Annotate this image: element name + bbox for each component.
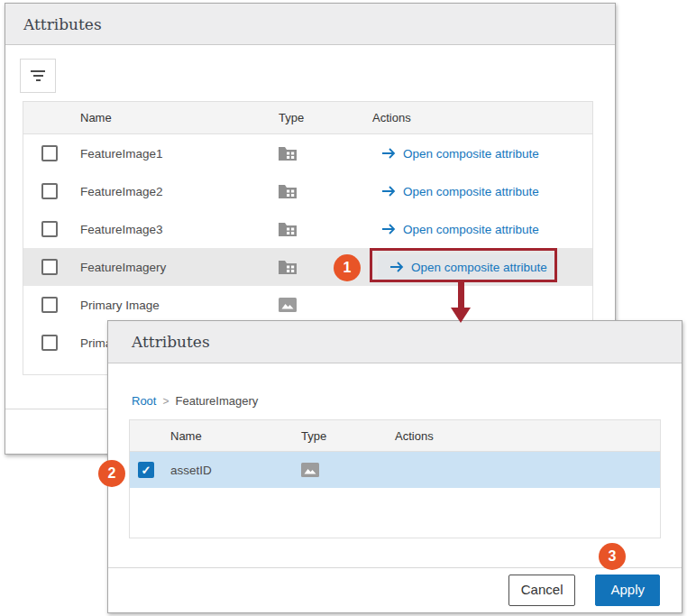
table-row-featureimagery: FeatureImagery Open composite attribute <box>23 248 592 286</box>
table-empty-area <box>130 488 660 538</box>
actions-column-header: Actions <box>372 111 592 124</box>
attributes-panel-header: Attributes <box>5 4 615 45</box>
open-composite-attribute-link[interactable]: Open composite attribute <box>381 147 539 161</box>
open-composite-attribute-link[interactable]: Open composite attribute <box>378 254 559 280</box>
breadcrumb-root-link[interactable]: Root <box>132 394 156 408</box>
breadcrumb-current: FeatureImagery <box>175 394 258 408</box>
breadcrumb-separator: > <box>162 395 169 408</box>
dialog-title: Attributes <box>108 333 210 351</box>
breadcrumb: Root > FeatureImagery <box>132 394 258 408</box>
dialog-attributes-table: Name Type Actions ✓ assetID <box>129 419 661 538</box>
actions-column-header: Actions <box>395 429 660 443</box>
row-checkbox[interactable] <box>41 297 58 313</box>
row-checkbox[interactable] <box>41 221 58 237</box>
table-header-row: Name Type Actions <box>130 420 660 452</box>
arrow-right-icon <box>381 147 396 160</box>
attribute-name: FeatureImage3 <box>80 223 279 236</box>
row-checkbox-checked[interactable]: ✓ <box>138 462 154 478</box>
composite-attribute-dialog: Attributes Root > FeatureImagery Name Ty… <box>107 320 682 613</box>
type-column-header: Type <box>279 111 372 124</box>
row-checkbox[interactable] <box>41 259 58 275</box>
open-composite-attribute-link[interactable]: Open composite attribute <box>381 185 539 198</box>
composite-attribute-icon <box>279 260 297 274</box>
filter-button[interactable] <box>20 59 56 93</box>
annotation-arrow-shaft <box>458 282 464 308</box>
name-column-header: Name <box>80 111 279 124</box>
composite-attribute-icon <box>279 146 297 161</box>
action-link-label: Open composite attribute <box>411 261 547 274</box>
open-composite-attribute-link[interactable]: Open composite attribute <box>381 223 539 236</box>
step-badge-2: 2 <box>98 460 125 487</box>
action-link-label: Open composite attribute <box>403 185 539 198</box>
row-checkbox[interactable] <box>41 335 58 351</box>
annotation-arrow-head <box>451 308 471 323</box>
composite-attribute-icon <box>279 184 297 198</box>
table-row-assetid: ✓ assetID <box>130 452 660 488</box>
attribute-name: assetID <box>170 464 301 477</box>
screenshot-canvas: Attributes Name Type Actions FeatureImag… <box>0 0 687 616</box>
table-row: FeatureImage3 Open composite attribute <box>23 210 592 248</box>
arrow-right-icon <box>389 261 404 273</box>
action-link-label: Open composite attribute <box>403 223 539 236</box>
table-row: Primary Image <box>23 286 592 324</box>
type-column-header: Type <box>301 429 395 443</box>
attribute-name: FeatureImage1 <box>80 147 279 161</box>
attribute-name: FeatureImagery <box>80 261 279 274</box>
cancel-button[interactable]: Cancel <box>508 575 576 606</box>
filter-icon <box>31 70 45 81</box>
image-icon <box>279 298 297 312</box>
panel-title: Attributes <box>5 15 102 33</box>
image-icon <box>301 463 319 477</box>
table-row: FeatureImage2 Open composite attribute <box>23 172 592 210</box>
table-header-row: Name Type Actions <box>23 102 592 134</box>
arrow-right-icon <box>381 223 396 235</box>
step-badge-3: 3 <box>599 543 626 570</box>
checkmark-icon: ✓ <box>142 464 151 476</box>
apply-button[interactable]: Apply <box>595 575 660 606</box>
arrow-right-icon <box>381 185 396 198</box>
name-column-header: Name <box>170 429 301 443</box>
attribute-name: Primary Image <box>80 299 279 312</box>
row-checkbox[interactable] <box>41 145 58 161</box>
table-row: FeatureImage1 Open composite attribute <box>23 134 592 172</box>
row-checkbox[interactable] <box>41 183 58 199</box>
action-link-label: Open composite attribute <box>403 147 539 161</box>
dialog-footer: Cancel Apply <box>108 567 682 612</box>
step-badge-1: 1 <box>334 254 361 281</box>
attribute-name: FeatureImage2 <box>80 185 279 198</box>
dialog-header: Attributes <box>108 321 682 363</box>
composite-attribute-icon <box>279 222 297 236</box>
